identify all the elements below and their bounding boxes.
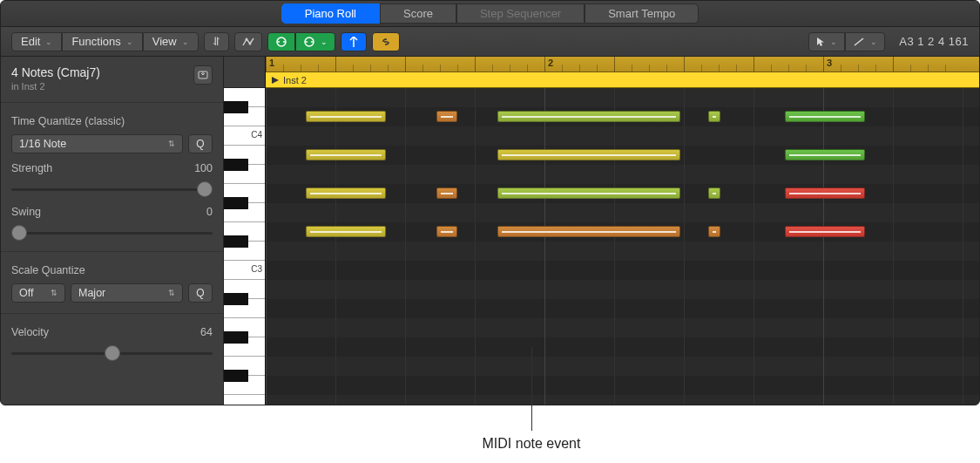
midi-note[interactable] <box>497 187 680 199</box>
annotation: MIDI note event <box>444 347 618 405</box>
pointer-icon <box>816 37 825 47</box>
piano-keys[interactable]: C4C3 <box>224 57 266 405</box>
midi-note[interactable] <box>785 187 865 199</box>
collapse-icon: ⥯ <box>212 35 221 48</box>
svg-point-6 <box>306 41 308 43</box>
midi-note[interactable] <box>436 187 457 199</box>
velocity-value: 64 <box>200 326 213 338</box>
svg-point-0 <box>245 37 247 40</box>
scale-quantize-button[interactable]: Q <box>188 283 213 303</box>
time-quantize-select[interactable]: 1/16 Note⇅ <box>11 134 183 153</box>
strength-label: Strength <box>11 162 52 174</box>
strength-value: 100 <box>194 162 213 174</box>
midi-note[interactable] <box>306 149 386 160</box>
functions-menu[interactable]: Functions⌄ <box>62 32 142 51</box>
region-name: Inst 2 <box>283 75 307 85</box>
quantize-button[interactable]: Q <box>188 134 213 153</box>
scale-type-select[interactable]: Major⇅ <box>71 283 183 303</box>
svg-point-1 <box>248 42 251 44</box>
pencil-tool[interactable]: ⌄ <box>845 32 885 51</box>
position-readout: A3 1 2 4 161 <box>899 35 969 48</box>
tab-piano-roll[interactable]: Piano Roll <box>281 3 380 24</box>
play-icon <box>271 76 280 85</box>
midi-note[interactable] <box>306 226 386 237</box>
inbox-icon <box>198 71 208 79</box>
midi-note[interactable] <box>306 187 386 199</box>
velocity-label: Velocity <box>11 326 49 338</box>
editor-tabs: Piano Roll Score Step Sequencer Smart Te… <box>281 3 700 24</box>
svg-marker-12 <box>272 77 279 84</box>
midi-note[interactable] <box>436 111 457 122</box>
scale-quantize-label: Scale Quantize <box>11 264 85 276</box>
bar-ruler[interactable]: 1 2 3 <box>266 57 979 72</box>
automation-icon <box>242 37 254 47</box>
piano-roll-window: Piano Roll Score Step Sequencer Smart Te… <box>0 0 980 405</box>
catch-content-button[interactable] <box>193 65 213 85</box>
svg-point-7 <box>311 41 313 43</box>
pointer-tool[interactable]: ⌄ <box>808 32 845 51</box>
region-header[interactable]: Inst 2 <box>266 72 979 88</box>
midi-note[interactable] <box>708 226 720 237</box>
svg-point-4 <box>283 41 285 43</box>
selection-title: 4 Notes (Cmaj7) <box>11 65 100 79</box>
time-quantize-label: Time Quantize (classic) <box>11 115 125 127</box>
midi-note[interactable] <box>306 111 386 122</box>
midi-note[interactable] <box>785 226 865 237</box>
midi-note[interactable] <box>497 111 680 122</box>
midi-in-icon <box>275 37 287 47</box>
midi-in-button[interactable] <box>267 32 295 51</box>
svg-point-3 <box>278 41 280 43</box>
swing-label: Swing <box>11 206 41 218</box>
midi-out-icon <box>303 37 315 47</box>
midi-note[interactable] <box>497 226 680 237</box>
midi-note[interactable] <box>785 111 865 122</box>
catch-playhead-button[interactable] <box>341 32 367 51</box>
tab-step-sequencer: Step Sequencer <box>456 3 585 24</box>
strength-slider[interactable] <box>11 181 213 197</box>
link-button[interactable] <box>372 32 400 51</box>
midi-note[interactable] <box>708 111 720 122</box>
tab-score[interactable]: Score <box>380 3 456 24</box>
midi-out-button[interactable]: ⌄ <box>295 32 335 51</box>
toolbar: Edit⌄ Functions⌄ View⌄ ⥯ ⌄ ⌄ ⌄ A3 1 2 4 … <box>1 27 979 57</box>
swing-value: 0 <box>206 206 213 218</box>
inspector: 4 Notes (Cmaj7) in Inst 2 Time Quantize … <box>1 57 224 405</box>
view-menu[interactable]: View⌄ <box>143 32 199 51</box>
collapse-button[interactable]: ⥯ <box>204 32 229 51</box>
velocity-slider[interactable] <box>11 345 213 361</box>
link-icon <box>380 37 392 47</box>
midi-note[interactable] <box>785 149 865 160</box>
tab-smart-tempo[interactable]: Smart Tempo <box>585 3 699 24</box>
edit-menu[interactable]: Edit⌄ <box>11 32 62 51</box>
pencil-icon <box>853 37 865 47</box>
midi-note[interactable] <box>497 149 680 160</box>
scale-root-select[interactable]: Off⇅ <box>11 283 65 303</box>
selection-subtitle: in Inst 2 <box>11 81 100 92</box>
playhead-icon <box>348 37 359 47</box>
svg-line-9 <box>855 38 863 45</box>
midi-note[interactable] <box>708 187 720 199</box>
automation-button[interactable] <box>234 32 262 51</box>
titlebar: Piano Roll Score Step Sequencer Smart Te… <box>1 1 979 27</box>
midi-note[interactable] <box>436 226 457 237</box>
swing-slider[interactable] <box>11 225 213 241</box>
note-grid[interactable] <box>266 88 979 405</box>
